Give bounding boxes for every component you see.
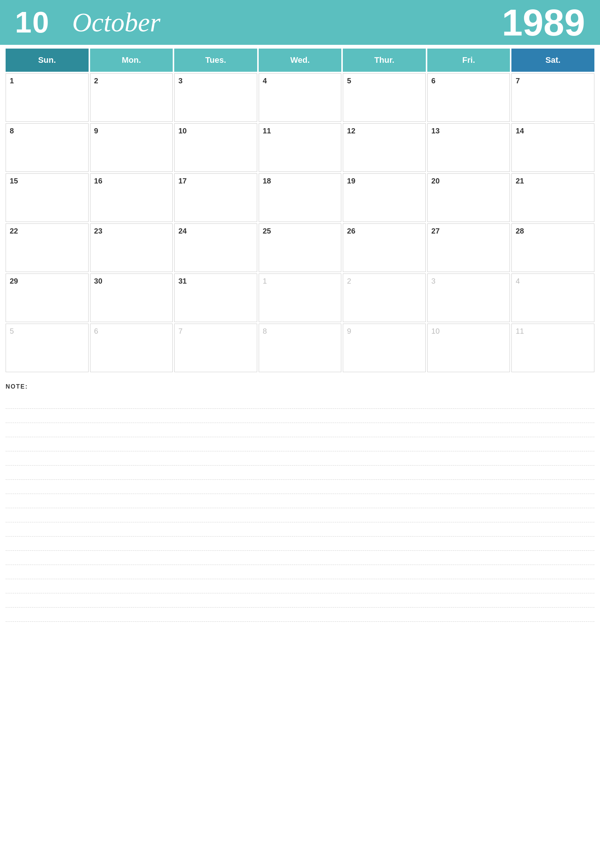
day-header-sat: Sat.	[511, 48, 594, 72]
calendar-day-cell[interactable]: 11	[259, 123, 342, 172]
day-number: 1	[10, 77, 14, 85]
calendar-day-cell[interactable]: 23	[90, 224, 173, 272]
calendar-day-cell[interactable]: 1	[6, 73, 89, 122]
calendar-day-cell[interactable]: 30	[90, 274, 173, 322]
calendar-day-cell[interactable]: 27	[427, 224, 510, 272]
calendar-day-cell[interactable]: 8	[6, 123, 89, 172]
note-line[interactable]	[6, 480, 594, 494]
calendar-day-cell[interactable]: 6	[90, 324, 173, 372]
note-line[interactable]	[6, 593, 594, 608]
calendar-day-cell[interactable]: 22	[6, 224, 89, 272]
day-number: 25	[263, 227, 271, 235]
calendar-day-cell[interactable]: 21	[511, 173, 594, 222]
calendar-day-cell[interactable]: 20	[427, 173, 510, 222]
calendar-day-cell[interactable]: 7	[174, 324, 257, 372]
calendar-day-cell[interactable]: 3	[427, 274, 510, 322]
day-number: 18	[263, 177, 271, 185]
day-number: 10	[432, 327, 439, 335]
month-number: 10	[15, 5, 50, 39]
day-header-fri: Fri.	[427, 48, 510, 72]
calendar-day-cell[interactable]: 4	[259, 73, 342, 122]
note-line[interactable]	[6, 565, 594, 579]
day-number: 4	[515, 277, 520, 285]
day-number: 27	[432, 227, 439, 235]
calendar-container: Sun.Mon.Tues.Wed.Thur.Fri.Sat. 123456789…	[0, 45, 600, 376]
note-line[interactable]	[6, 395, 594, 409]
calendar-day-cell[interactable]: 8	[259, 324, 342, 372]
day-number: 3	[432, 277, 435, 285]
calendar-day-cell[interactable]: 16	[90, 173, 173, 222]
day-header-wed: Wed.	[259, 48, 342, 72]
day-number: 7	[178, 327, 182, 335]
note-line[interactable]	[6, 522, 594, 537]
day-number: 8	[10, 127, 14, 135]
day-number: 14	[515, 127, 524, 135]
calendar-day-cell[interactable]: 25	[259, 224, 342, 272]
calendar-day-cell[interactable]: 17	[174, 173, 257, 222]
calendar-day-cell[interactable]: 5	[6, 324, 89, 372]
calendar-day-cell[interactable]: 4	[511, 274, 594, 322]
calendar-day-cell[interactable]: 26	[343, 224, 426, 272]
day-number: 21	[515, 177, 524, 185]
note-line[interactable]	[6, 537, 594, 551]
calendar-day-cell[interactable]: 15	[6, 173, 89, 222]
calendar-day-cell[interactable]: 24	[174, 224, 257, 272]
calendar-day-cell[interactable]: 6	[427, 73, 510, 122]
day-header-mon: Mon.	[90, 48, 173, 72]
note-lines	[6, 395, 594, 622]
day-number: 19	[347, 177, 355, 185]
note-line[interactable]	[6, 451, 594, 466]
day-number: 9	[94, 127, 98, 135]
calendar-day-cell[interactable]: 1	[259, 274, 342, 322]
calendar-day-cell[interactable]: 19	[343, 173, 426, 222]
day-number: 17	[178, 177, 186, 185]
day-number: 6	[94, 327, 98, 335]
calendar-day-cell[interactable]: 2	[343, 274, 426, 322]
note-line[interactable]	[6, 494, 594, 508]
calendar-day-cell[interactable]: 28	[511, 224, 594, 272]
day-number: 2	[347, 277, 351, 285]
calendar-day-cell[interactable]: 11	[511, 324, 594, 372]
note-line[interactable]	[6, 437, 594, 451]
calendar-day-cell[interactable]: 7	[511, 73, 594, 122]
note-line[interactable]	[6, 466, 594, 480]
day-number: 5	[10, 327, 14, 335]
note-line[interactable]	[6, 579, 594, 593]
day-number: 24	[178, 227, 186, 235]
header-left: 10 October	[15, 5, 161, 39]
notes-label: NOTE:	[6, 383, 594, 390]
day-number: 28	[515, 227, 524, 235]
calendar-day-cell[interactable]: 18	[259, 173, 342, 222]
calendar-day-cell[interactable]: 29	[6, 274, 89, 322]
calendar-day-cell[interactable]: 3	[174, 73, 257, 122]
note-line[interactable]	[6, 551, 594, 565]
month-name: October	[72, 7, 161, 38]
calendar-day-cell[interactable]: 10	[174, 123, 257, 172]
calendar-day-cell[interactable]: 13	[427, 123, 510, 172]
calendar-day-cell[interactable]: 9	[90, 123, 173, 172]
note-line[interactable]	[6, 608, 594, 622]
day-number: 10	[178, 127, 186, 135]
day-number: 7	[515, 77, 520, 85]
note-line[interactable]	[6, 423, 594, 437]
calendar-day-cell[interactable]: 12	[343, 123, 426, 172]
year: 1989	[502, 1, 585, 44]
calendar-header: 10 October 1989	[0, 0, 600, 45]
day-number: 15	[10, 177, 18, 185]
day-number: 23	[94, 227, 102, 235]
calendar-day-cell[interactable]: 5	[343, 73, 426, 122]
calendar-day-cell[interactable]: 2	[90, 73, 173, 122]
calendar-day-cell[interactable]: 10	[427, 324, 510, 372]
note-line[interactable]	[6, 508, 594, 522]
day-number: 5	[347, 77, 351, 85]
calendar-day-cell[interactable]: 14	[511, 123, 594, 172]
day-number: 8	[263, 327, 267, 335]
day-number: 20	[432, 177, 439, 185]
day-number: 11	[263, 127, 271, 135]
note-line[interactable]	[6, 409, 594, 423]
day-number: 31	[178, 277, 186, 285]
calendar-day-cell[interactable]: 9	[343, 324, 426, 372]
day-header-thu: Thur.	[343, 48, 426, 72]
calendar-day-cell[interactable]: 31	[174, 274, 257, 322]
day-number: 29	[10, 277, 18, 285]
